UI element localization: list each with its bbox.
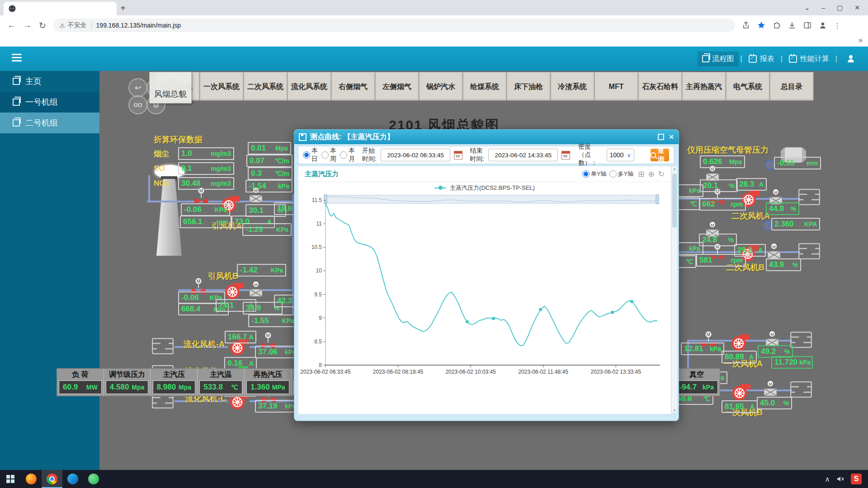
- new-tab-button[interactable]: +: [117, 3, 129, 14]
- sidebar-item-主页[interactable]: 主页: [0, 71, 99, 92]
- refresh-icon[interactable]: ↻: [658, 169, 665, 179]
- radio-icon: [582, 170, 590, 178]
- data-point-marker[interactable]: [630, 300, 633, 303]
- datazoom-handle-right[interactable]: [656, 195, 659, 204]
- damper-icon: M: [248, 281, 264, 301]
- y-tick-label: 9: [319, 315, 322, 321]
- sogou-input-icon[interactable]: S: [851, 474, 862, 484]
- scada-label: 流化风机-A: [184, 339, 225, 350]
- view-icon[interactable]: oo: [128, 95, 147, 114]
- nav-tab-二次风系统[interactable]: 二次风系统: [244, 72, 288, 101]
- scada-value-box: -1.29KPa: [242, 223, 292, 236]
- taskbar-browser360-icon[interactable]: [83, 470, 104, 488]
- nav-tab-流化风系统[interactable]: 流化风系统: [288, 72, 331, 101]
- scada-value-box: -1.55KPa: [248, 314, 297, 327]
- nav-tab-主再热蒸汽[interactable]: 主再热蒸汽: [682, 72, 726, 101]
- header-link-流程图[interactable]: 流程图: [698, 52, 739, 66]
- url-text: 199.168.12.135/main/main.jsp: [96, 22, 181, 29]
- yaxis-radio-多Y轴[interactable]: 多Y轴: [609, 170, 634, 178]
- bookmarks-overflow-icon[interactable]: »: [859, 36, 863, 44]
- nav-tab-锅炉汽水[interactable]: 锅炉汽水: [419, 72, 463, 101]
- data-point-marker[interactable]: [492, 317, 495, 320]
- sidebar-item-二号机组[interactable]: 二号机组: [0, 113, 99, 133]
- volume-muted-icon[interactable]: [836, 475, 844, 483]
- window-minimize-icon[interactable]: –: [821, 4, 825, 11]
- y-tick-label: 11.5: [312, 197, 322, 203]
- zoom-in-icon[interactable]: ⊕: [648, 169, 655, 179]
- nav-tab-右侧烟气[interactable]: 右侧烟气: [331, 72, 375, 101]
- start-button[interactable]: [0, 470, 21, 488]
- window-maximize-icon[interactable]: ▢: [837, 4, 843, 11]
- yaxis-radio-单Y轴[interactable]: 单Y轴: [582, 170, 607, 178]
- nav-tab-床下油枪[interactable]: 床下油枪: [507, 72, 551, 101]
- datazoom-slider[interactable]: [326, 195, 657, 203]
- nav-tab-左侧烟气[interactable]: 左侧烟气: [375, 72, 419, 101]
- scroll-down-icon[interactable]: ▼: [672, 408, 677, 413]
- user-icon[interactable]: [847, 55, 854, 62]
- forward-icon[interactable]: →: [23, 20, 32, 30]
- extensions-puzzle-icon[interactable]: [772, 21, 781, 30]
- period-radio-本月[interactable]: 本月: [340, 147, 355, 163]
- end-time-input[interactable]: [488, 149, 558, 161]
- scada-value-box: 0.01Mpa: [248, 142, 291, 155]
- dialog-scrollbar[interactable]: ▲ ▼: [671, 166, 678, 413]
- browser-tab-strip: + ⌄ – ▢ ✕: [0, 0, 868, 15]
- window-close-icon[interactable]: ✕: [854, 4, 860, 11]
- back-icon[interactable]: ←: [7, 20, 16, 30]
- tray-chevron-up-icon[interactable]: ∧: [825, 475, 830, 483]
- pages-icon: [13, 99, 20, 106]
- sidebar-item-一号机组[interactable]: 一号机组: [0, 92, 99, 113]
- period-radio-本日[interactable]: 本日: [303, 147, 318, 163]
- scada-value-box: 662rpm: [699, 198, 746, 211]
- taskbar-edge-icon[interactable]: [62, 470, 83, 488]
- download-icon[interactable]: [788, 21, 797, 30]
- calendar-icon[interactable]: [561, 151, 570, 160]
- share-icon[interactable]: [741, 21, 750, 30]
- header-link-性能计算[interactable]: 性能计算: [784, 52, 834, 66]
- nav-tab-给煤系统[interactable]: 给煤系统: [463, 72, 507, 101]
- bookmark-star-icon[interactable]: [757, 21, 766, 30]
- window-more-icon[interactable]: ⌄: [805, 4, 810, 11]
- period-radio-本周[interactable]: 本周: [321, 147, 336, 163]
- status-label: 调节级压力: [109, 370, 145, 380]
- scada-value-box: 0.3℃/m: [248, 167, 292, 180]
- security-label: 不安全: [68, 21, 87, 29]
- scroll-up-icon[interactable]: ▲: [672, 167, 677, 171]
- address-bar[interactable]: ⚠ 不安全 199.168.12.135/main/main.jsp: [53, 19, 735, 32]
- nav-tab-MFT[interactable]: MFT: [594, 72, 638, 101]
- taskbar-chrome-icon[interactable]: [42, 470, 62, 488]
- legend-marker-icon: [434, 188, 446, 188]
- calendar-icon[interactable]: [454, 151, 462, 160]
- profile-icon[interactable]: [818, 21, 827, 30]
- trend-chart: 11.51110.5109.598.582023-06-02 06:33:452…: [298, 194, 671, 375]
- reload-icon[interactable]: ↻: [39, 20, 46, 31]
- nav-tab-石灰石给料[interactable]: 石灰石给料: [638, 72, 682, 101]
- start-time-input[interactable]: [381, 149, 450, 161]
- dialog-minimize-icon[interactable]: [658, 134, 664, 140]
- header-link-报表[interactable]: 报表: [744, 52, 779, 66]
- dialog-close-icon[interactable]: ✕: [669, 133, 674, 141]
- data-point-marker[interactable]: [539, 308, 542, 311]
- density-label: 密度（点数）：: [578, 143, 603, 167]
- taskbar-firefox-icon[interactable]: [21, 470, 42, 488]
- nav-tab-一次风系统[interactable]: 一次风系统: [200, 72, 244, 101]
- query-button[interactable]: 查询: [651, 149, 669, 161]
- side-panel-icon[interactable]: [803, 21, 812, 30]
- chart-legend[interactable]: 主蒸汽压力(DCS2.BPS-TP-SEL): [298, 182, 671, 194]
- dialog-title-bar[interactable]: 测点曲线: 【主蒸汽压力】 ✕: [294, 130, 679, 144]
- hamburger-menu-icon[interactable]: [12, 54, 22, 61]
- data-point-marker[interactable]: [611, 311, 614, 314]
- scrollbar-thumb[interactable]: [672, 174, 677, 228]
- system-nav-tabs: 风烟总貌一次风系统二次风系统流化风系统右侧烟气左侧烟气锅炉汽水给煤系统床下油枪冷…: [156, 72, 814, 101]
- scada-value-box: 1.0mg/m3: [178, 147, 234, 160]
- nav-tab-总目录[interactable]: 总目录: [770, 72, 814, 101]
- header-links: 流程图|报表|性能计算|: [698, 51, 854, 66]
- browser-tab[interactable]: [4, 2, 117, 15]
- data-point-marker[interactable]: [466, 320, 469, 324]
- nav-tab-冷渣系统[interactable]: 冷渣系统: [551, 72, 594, 101]
- density-select[interactable]: 1000 ∨: [607, 149, 635, 161]
- add-to-list-icon[interactable]: ⊞: [638, 169, 644, 179]
- nav-tab-电气系统[interactable]: 电气系统: [726, 72, 770, 101]
- menu-kebab-icon[interactable]: ⋮: [834, 21, 841, 30]
- back-icon[interactable]: ↩: [128, 78, 147, 97]
